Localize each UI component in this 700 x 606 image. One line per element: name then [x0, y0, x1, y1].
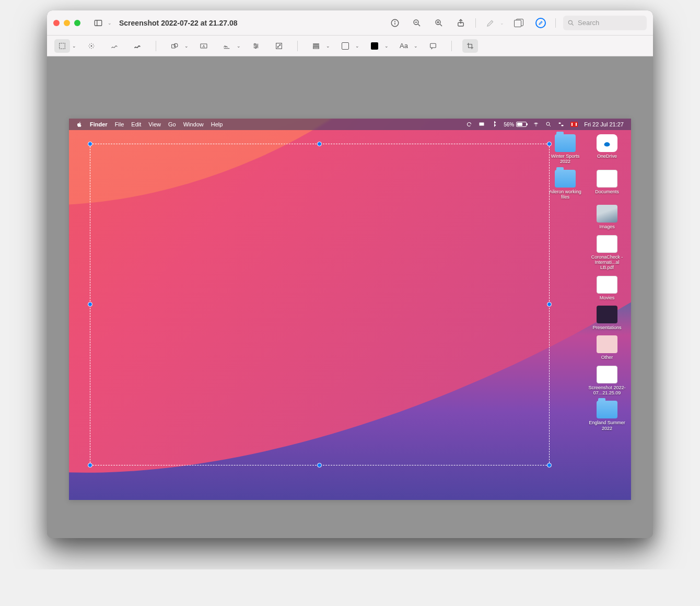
selection-handle[interactable]	[88, 302, 92, 307]
zoom-in-icon[interactable]	[431, 16, 446, 30]
selection-handle[interactable]	[88, 463, 92, 468]
svg-line-6	[418, 24, 420, 26]
search-input[interactable]: Search	[563, 16, 647, 30]
desktop-icon-label: Aileron working files	[546, 189, 584, 200]
svg-line-36	[550, 125, 551, 127]
chevron-down-icon[interactable]: ⌄	[237, 43, 241, 49]
crop-icon[interactable]	[462, 39, 478, 53]
desktop-icon[interactable]: England Summer 2022	[588, 401, 626, 431]
chevron-down-icon[interactable]: ⌄	[326, 43, 330, 49]
svg-point-25	[254, 43, 256, 45]
svg-point-13	[568, 20, 572, 24]
selection-handle[interactable]	[547, 142, 552, 146]
svg-rect-33	[480, 123, 484, 126]
adjust-size-icon[interactable]	[271, 39, 287, 53]
selection-handle[interactable]	[317, 463, 322, 468]
zoom-out-icon[interactable]	[410, 16, 424, 30]
doc-icon	[597, 170, 617, 188]
inner-menu-item[interactable]: Help	[211, 121, 223, 127]
inner-menu-item[interactable]: Edit	[131, 121, 141, 127]
info-icon[interactable]	[388, 16, 402, 30]
svg-rect-0	[95, 20, 102, 26]
chevron-down-icon[interactable]: ⌄	[384, 43, 389, 49]
desktop-icon[interactable]: Winter Sports 2022	[546, 134, 584, 165]
svg-rect-37	[559, 123, 561, 124]
inner-datetime[interactable]: Fri 22 Jul 21:27	[584, 121, 624, 127]
inner-menu-item[interactable]: File	[115, 121, 124, 127]
flag-icon[interactable]	[570, 122, 578, 127]
window-title: Screenshot 2022-07-22 at 21.27.08	[119, 19, 237, 27]
selection-handle[interactable]	[88, 142, 92, 146]
folder-icon	[555, 134, 576, 152]
inner-menu-app[interactable]: Finder	[90, 121, 108, 127]
border-color-icon[interactable]	[337, 39, 353, 53]
fill-color-icon[interactable]	[367, 39, 382, 53]
wifi-icon[interactable]	[533, 121, 539, 127]
highlight-icon[interactable]	[483, 16, 498, 30]
desktop-icon-label: England Summer 2022	[588, 420, 626, 431]
text-box-icon[interactable]: A	[196, 39, 212, 53]
share-icon[interactable]	[453, 16, 468, 30]
desktop-icon-label: Documents	[595, 189, 619, 194]
chevron-down-icon[interactable]: ⌄	[414, 43, 418, 49]
desktop-icon[interactable]: OneDrive	[588, 134, 626, 165]
chevron-down-icon[interactable]: ⌄	[500, 20, 504, 26]
svg-line-14	[572, 24, 574, 25]
inner-menu-item[interactable]: View	[148, 121, 161, 127]
svg-rect-38	[562, 125, 564, 126]
control-center-icon[interactable]	[558, 121, 564, 127]
desktop-icon-label: Images	[599, 224, 615, 229]
screenshot-content: Finder File Edit View Go Window Help 56%	[69, 119, 631, 500]
shapes-icon[interactable]	[167, 39, 182, 53]
search-placeholder: Search	[578, 19, 599, 27]
close-button[interactable]	[53, 20, 60, 26]
display-icon[interactable]	[479, 121, 485, 127]
fullscreen-button[interactable]	[74, 20, 80, 26]
instant-alpha-icon[interactable]	[84, 39, 99, 53]
sidebar-toggle-icon[interactable]	[91, 16, 106, 30]
desktop-icon[interactable]: Screenshot 2022-07...21.25.09	[588, 366, 626, 396]
svg-line-9	[440, 24, 442, 26]
bluetooth-icon[interactable]	[491, 121, 497, 127]
chevron-down-icon[interactable]: ⌄	[355, 43, 359, 49]
desktop-icon[interactable]: Images	[588, 205, 626, 229]
folder-icon	[597, 401, 617, 418]
desktop-icon[interactable]: CoronaCheck - Internati...al LB.pdf	[588, 235, 626, 271]
selection-handle[interactable]	[547, 302, 552, 307]
desktop-icon[interactable]: Documents	[588, 170, 626, 200]
markup-toggle-icon[interactable]	[533, 16, 548, 30]
desktop-icon[interactable]: Presentations	[588, 306, 626, 330]
selection-handle[interactable]	[317, 142, 322, 146]
svg-point-18	[174, 43, 178, 47]
svg-rect-32	[430, 43, 436, 48]
apple-icon[interactable]	[76, 121, 83, 127]
draw-icon[interactable]	[130, 39, 145, 53]
chevron-down-icon[interactable]: ⌄	[72, 43, 76, 49]
chevron-down-icon[interactable]: ⌄	[184, 43, 189, 49]
adjust-color-icon[interactable]	[248, 39, 264, 53]
chevron-down-icon[interactable]: ⌄	[108, 20, 112, 26]
spotlight-icon[interactable]	[545, 121, 552, 127]
inner-menu-item[interactable]: Window	[183, 121, 204, 127]
annotate-icon[interactable]	[425, 39, 441, 53]
inner-menu-item[interactable]: Go	[168, 121, 176, 127]
crop-selection[interactable]	[90, 144, 550, 465]
text-style-button[interactable]: Aa	[396, 39, 412, 53]
desktop-icon[interactable]: Aileron working files	[546, 170, 584, 200]
sketch-icon[interactable]	[107, 39, 122, 53]
battery-status[interactable]: 56%	[504, 122, 527, 127]
sign-icon[interactable]	[219, 39, 235, 53]
sync-icon[interactable]	[466, 121, 472, 127]
minimize-button[interactable]	[64, 20, 70, 26]
svg-rect-31	[313, 47, 319, 48]
svg-point-4	[395, 21, 395, 21]
desktop-icon[interactable]: Other	[588, 335, 626, 360]
markup-toolbar: ⌄ ⌄ A ⌄ ⌄ ⌄ ⌄ Aa ⌄	[47, 36, 653, 56]
selection-tool-icon[interactable]	[54, 39, 70, 53]
rotate-icon[interactable]	[511, 16, 526, 30]
selection-handle[interactable]	[547, 463, 552, 468]
desktop-icon[interactable]: Movies	[588, 276, 626, 300]
line-weight-icon[interactable]	[308, 39, 324, 53]
svg-text:A: A	[203, 44, 205, 48]
canvas-area[interactable]: Finder File Edit View Go Window Help 56%	[47, 56, 653, 538]
